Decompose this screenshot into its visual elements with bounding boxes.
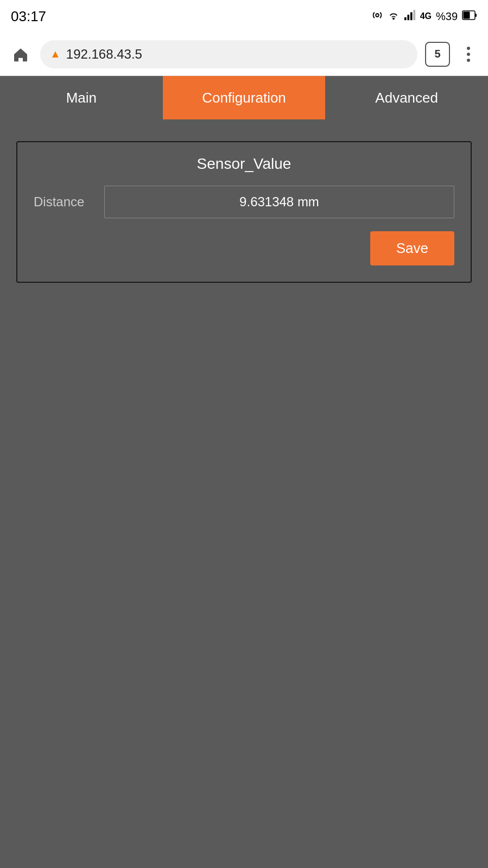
tab-advanced[interactable]: Advanced: [325, 76, 488, 119]
svg-rect-2: [404, 17, 407, 20]
tab-main[interactable]: Main: [0, 76, 163, 119]
svg-rect-7: [464, 12, 470, 19]
network-type: 4G: [420, 11, 432, 21]
sensor-card-title: Sensor_Value: [34, 155, 454, 173]
status-time: 03:17: [11, 8, 46, 25]
address-text: 192.168.43.5: [66, 47, 142, 62]
svg-rect-3: [407, 15, 409, 20]
distance-label: Distance: [34, 194, 93, 210]
status-icons: 4G %39: [371, 9, 477, 24]
sensor-row: Distance: [34, 186, 454, 218]
sensor-card: Sensor_Value Distance Save: [16, 141, 472, 283]
tab-configuration[interactable]: Configuration: [163, 76, 326, 119]
battery-icon: [462, 9, 477, 23]
hotspot-icon: [388, 9, 400, 24]
menu-dot-1: [467, 47, 470, 50]
main-content: Sensor_Value Distance Save: [0, 119, 488, 868]
menu-dot-2: [467, 53, 470, 56]
browser-bar: ▲ 192.168.43.5 5: [0, 33, 488, 76]
save-button[interactable]: Save: [370, 231, 454, 265]
svg-rect-8: [475, 14, 477, 17]
battery-percent: %39: [436, 10, 458, 23]
nfc-icon: [371, 9, 383, 24]
svg-rect-5: [413, 9, 415, 20]
svg-rect-4: [410, 12, 413, 20]
warning-icon: ▲: [50, 48, 61, 60]
svg-point-0: [376, 14, 379, 17]
browser-menu-button[interactable]: [458, 43, 479, 65]
home-button[interactable]: [9, 42, 33, 66]
distance-input[interactable]: [104, 186, 454, 218]
svg-point-1: [392, 17, 395, 20]
address-bar[interactable]: ▲ 192.168.43.5: [40, 40, 417, 68]
save-row: Save: [34, 231, 454, 265]
tab-count: 5: [434, 48, 440, 60]
status-bar: 03:17 4G: [0, 0, 488, 33]
menu-dot-3: [467, 59, 470, 62]
nav-tabs: Main Configuration Advanced: [0, 76, 488, 119]
tab-count-button[interactable]: 5: [425, 42, 450, 67]
signal-icon: [404, 9, 416, 24]
